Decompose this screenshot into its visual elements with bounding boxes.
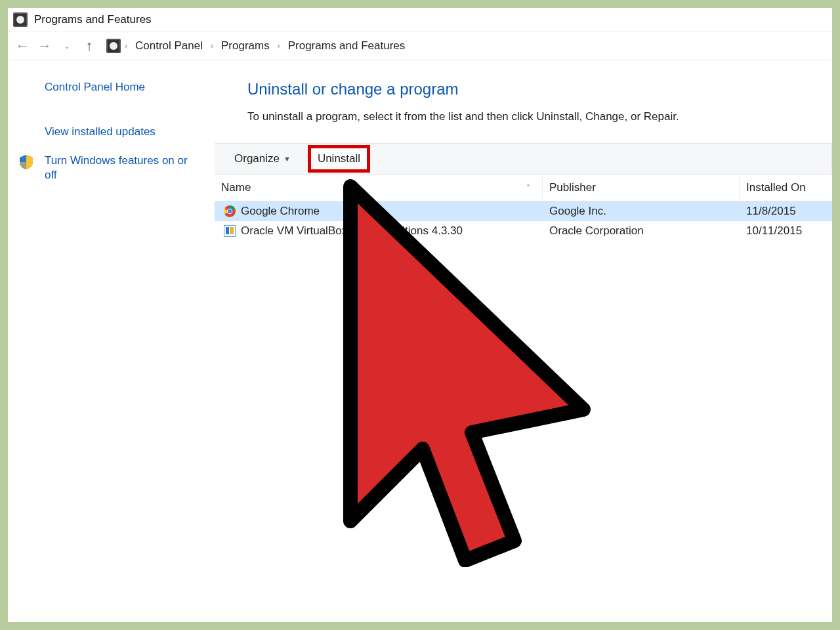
organize-button[interactable]: Organize ▼ — [228, 148, 297, 169]
breadcrumb-item-programs-and-features[interactable]: Programs and Features — [283, 35, 411, 56]
virtualbox-icon — [224, 225, 236, 237]
column-header-installed-on[interactable]: Installed On — [740, 176, 832, 200]
main-content: Uninstall or change a program To uninsta… — [215, 60, 832, 622]
toolbar: Organize ▼ Uninstall — [215, 143, 832, 175]
app-icon — [13, 12, 28, 27]
organize-label: Organize — [234, 152, 280, 165]
programs-list: Name ˄ Publisher Installed On — [215, 175, 832, 241]
recent-dropdown-icon[interactable]: ⌄ — [59, 41, 75, 51]
breadcrumb-item-programs[interactable]: Programs — [216, 35, 275, 56]
chevron-right-icon: › — [208, 41, 216, 51]
page-title: Uninstall or change a program — [247, 80, 832, 98]
page-description: To uninstall a program, select it from t… — [247, 110, 832, 123]
program-installed-on: 11/8/2015 — [740, 202, 832, 220]
chevron-right-icon: › — [275, 41, 283, 51]
breadcrumb[interactable]: › Control Panel › Programs › Programs an… — [104, 35, 410, 56]
uninstall-button[interactable]: Uninstall — [308, 145, 370, 173]
window-titlebar: Programs and Features — [8, 8, 832, 32]
chevron-right-icon: › — [122, 41, 130, 51]
list-item[interactable]: Google Chrome Google Inc. 11/8/2015 — [215, 201, 832, 221]
list-item[interactable]: Oracle VM VirtualBox Guest Additions 4.3… — [215, 221, 832, 241]
uninstall-label: Uninstall — [318, 152, 360, 165]
sort-ascending-icon: ˄ — [526, 184, 530, 192]
program-name: Oracle VM VirtualBox Guest Additions 4.3… — [241, 224, 463, 238]
sidebar: Control Panel Home View installed update… — [8, 60, 215, 622]
window-title: Programs and Features — [34, 13, 152, 26]
navigation-bar: ← → ⌄ ↑ › Control Panel › Programs › Pro… — [8, 32, 832, 60]
chevron-down-icon: ▼ — [284, 155, 291, 163]
svg-point-2 — [228, 209, 232, 213]
breadcrumb-root-icon[interactable] — [106, 39, 121, 53]
program-name: Google Chrome — [241, 205, 320, 218]
list-header[interactable]: Name ˄ Publisher Installed On — [215, 175, 832, 201]
back-button[interactable]: ← — [14, 37, 30, 54]
column-header-publisher[interactable]: Publisher — [543, 176, 740, 200]
column-header-name[interactable]: Name — [221, 181, 251, 194]
breadcrumb-item-control-panel[interactable]: Control Panel — [130, 35, 208, 56]
up-button[interactable]: ↑ — [81, 37, 97, 54]
program-publisher: Google Inc. — [543, 202, 740, 220]
chrome-icon — [224, 205, 236, 217]
program-publisher: Oracle Corporation — [543, 222, 740, 240]
program-installed-on: 10/11/2015 — [740, 222, 832, 240]
sidebar-link-windows-features[interactable]: Turn Windows features on or off — [45, 154, 196, 182]
forward-button[interactable]: → — [37, 37, 52, 54]
shield-icon — [20, 155, 33, 169]
sidebar-link-view-installed-updates[interactable]: View installed updates — [45, 125, 203, 139]
sidebar-link-control-panel-home[interactable]: Control Panel Home — [45, 80, 203, 94]
